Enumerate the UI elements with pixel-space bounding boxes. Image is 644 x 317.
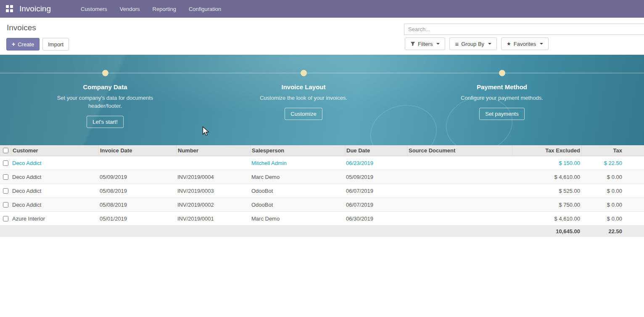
total-tax: 22.50: [581, 228, 644, 234]
step-dot-icon: [102, 70, 108, 76]
cell-due-date: 06/30/2019: [345, 216, 407, 222]
step-dot-icon: [301, 70, 307, 76]
filters-button-label: Filters: [418, 41, 433, 47]
nav-item-reporting[interactable]: Reporting: [146, 0, 182, 18]
step-title: Payment Method: [439, 83, 565, 91]
cell-salesperson: Mitchell Admin: [250, 160, 345, 166]
cell-salesperson: Marc Demo: [250, 216, 345, 222]
table-row[interactable]: Deco Addict Mitchell Admin 06/23/2019 $ …: [0, 156, 644, 170]
apps-menu-icon[interactable]: [6, 5, 13, 13]
cell-customer: Azure Interior: [11, 216, 98, 222]
action-buttons: + Create Import: [6, 38, 69, 51]
create-button-label: Create: [18, 41, 34, 48]
banner-background-decoration: [365, 99, 442, 145]
step-description: Customize the look of your invoices.: [240, 94, 367, 102]
app-name[interactable]: Invoicing: [19, 4, 51, 13]
list-header-row: Customer Invoice Date Number Salesperson…: [0, 145, 644, 156]
cell-due-date: 05/09/2019: [345, 174, 407, 180]
cell-customer: Deco Addict: [11, 160, 98, 166]
cell-invoice-date: 05/08/2019: [98, 188, 176, 194]
lets-start-button[interactable]: Let's start!: [87, 116, 124, 128]
nav-item-customers[interactable]: Customers: [74, 0, 113, 18]
onboarding-step-company-data: Company Data Set your company's data for…: [42, 70, 168, 128]
row-checkbox[interactable]: [3, 174, 8, 180]
select-all-checkbox[interactable]: [3, 148, 8, 153]
select-all-cell: [0, 145, 11, 156]
cell-tax: $ 0.00: [581, 202, 644, 208]
column-header-salesperson[interactable]: Salesperson: [250, 145, 345, 156]
cell-due-date: 06/07/2019: [345, 188, 407, 194]
filter-icon: [410, 41, 415, 46]
star-icon: ★: [507, 41, 511, 46]
control-panel: Invoices + Create Import Filters ≡ Group…: [0, 18, 644, 55]
step-title: Invoice Layout: [240, 83, 367, 91]
nav-item-configuration[interactable]: Configuration: [182, 0, 227, 18]
row-checkbox[interactable]: [3, 202, 8, 208]
cell-due-date: 06/07/2019: [345, 202, 407, 208]
search-option-buttons: Filters ≡ Group By ★ Favorites: [405, 37, 549, 50]
cell-tax: $ 0.00: [581, 174, 644, 180]
cell-tax: $ 0.00: [581, 188, 644, 194]
cell-salesperson: Marc Demo: [250, 174, 345, 180]
group-by-icon: ≡: [455, 41, 459, 47]
total-tax-excluded: 10,645.00: [512, 228, 581, 234]
customize-button[interactable]: Customize: [285, 108, 322, 120]
set-payments-button[interactable]: Set payments: [479, 108, 525, 120]
chevron-down-icon: [436, 43, 440, 45]
plus-icon: +: [12, 41, 15, 47]
filters-button[interactable]: Filters: [405, 37, 445, 50]
column-header-tax[interactable]: Tax: [581, 145, 644, 156]
cell-tax: $ 0.00: [581, 216, 644, 222]
cell-customer: Deco Addict: [11, 188, 98, 194]
cell-tax-excluded: $ 750.00: [512, 202, 581, 208]
import-button-label: Import: [48, 41, 63, 48]
cell-tax-excluded: $ 4,610.00: [512, 174, 581, 180]
favorites-button-label: Favorites: [514, 41, 536, 47]
cell-customer: Deco Addict: [11, 202, 98, 208]
group-by-button[interactable]: ≡ Group By: [449, 37, 497, 50]
step-description: Set your company's data for documents he…: [42, 94, 168, 110]
cell-invoice-date: 05/08/2019: [98, 202, 176, 208]
search-input[interactable]: [404, 24, 644, 35]
cell-due-date: 06/23/2019: [345, 160, 407, 166]
cell-number: INV/2019/0001: [176, 216, 250, 222]
favorites-button[interactable]: ★ Favorites: [501, 37, 549, 50]
cell-tax-excluded: $ 4,610.00: [512, 216, 581, 222]
row-checkbox[interactable]: [3, 216, 8, 221]
cell-salesperson: OdooBot: [250, 202, 345, 208]
onboarding-step-invoice-layout: Invoice Layout Customize the look of you…: [240, 70, 367, 120]
cell-salesperson: OdooBot: [250, 188, 345, 194]
cell-number: INV/2019/0003: [176, 188, 250, 194]
cell-customer: Deco Addict: [11, 174, 98, 180]
cell-tax-excluded: $ 150.00: [512, 160, 581, 166]
table-row[interactable]: Deco Addict 05/08/2019 INV/2019/0002 Odo…: [0, 198, 644, 212]
column-header-invoice-date[interactable]: Invoice Date: [98, 145, 176, 156]
column-header-tax-excluded[interactable]: Tax Excluded: [512, 145, 581, 156]
table-row[interactable]: Azure Interior 05/01/2019 INV/2019/0001 …: [0, 212, 644, 226]
column-header-customer[interactable]: Customer: [11, 145, 98, 156]
column-header-due-date[interactable]: Due Date: [345, 145, 407, 156]
row-checkbox[interactable]: [3, 160, 8, 166]
table-row[interactable]: Deco Addict 05/08/2019 INV/2019/0003 Odo…: [0, 184, 644, 198]
page-title: Invoices: [7, 23, 36, 32]
column-header-number[interactable]: Number: [176, 145, 250, 156]
onboarding-banner: Company Data Set your company's data for…: [0, 55, 644, 145]
chevron-down-icon: [540, 43, 543, 45]
row-checkbox[interactable]: [3, 188, 8, 194]
step-description: Configure your payment methods.: [439, 94, 565, 102]
list-body: Deco Addict Mitchell Admin 06/23/2019 $ …: [0, 156, 644, 226]
import-button[interactable]: Import: [42, 38, 69, 51]
nav-item-vendors[interactable]: Vendors: [113, 0, 146, 18]
onboarding-step-payment-method: Payment Method Configure your payment me…: [439, 70, 565, 120]
group-by-button-label: Group By: [461, 41, 484, 47]
step-title: Company Data: [42, 83, 168, 91]
table-row[interactable]: Deco Addict 05/09/2019 INV/2019/0004 Mar…: [0, 170, 644, 184]
list-footer-row: 10,645.00 22.50: [0, 226, 644, 237]
create-button[interactable]: + Create: [6, 38, 40, 51]
top-navbar: Invoicing Customers Vendors Reporting Co…: [0, 0, 644, 18]
column-header-source-document[interactable]: Source Document: [407, 145, 512, 156]
cell-tax: $ 22.50: [581, 160, 644, 166]
nav-menu: Customers Vendors Reporting Configuratio…: [74, 0, 227, 18]
cell-number: INV/2019/0002: [176, 202, 250, 208]
cell-tax-excluded: $ 525.00: [512, 188, 581, 194]
